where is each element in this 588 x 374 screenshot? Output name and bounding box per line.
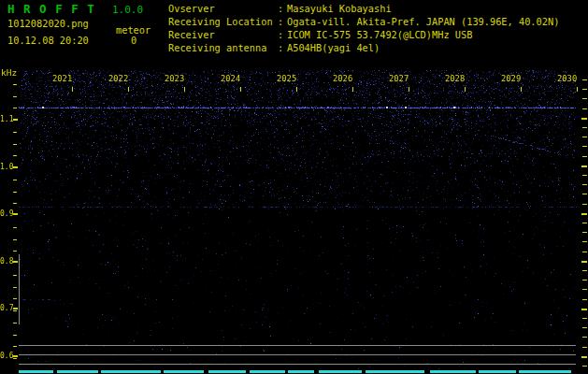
frequency-unit-label: kHz [1,67,17,78]
freq-label-0.9: 0.9 [0,209,13,218]
freq-label-0.8: 0.8 [0,257,13,266]
freq-label-0.6: 0.6 [0,352,13,360]
time-label-2030: 2030 [557,74,577,83]
time-label-2021: 2021 [52,74,72,83]
time-label-2029: 2029 [501,74,521,83]
time-label-2027: 2027 [389,74,409,83]
hrofft-screen: H R O F F T 1.0.0 1012082020.png meteor … [0,0,588,374]
time-label-2022: 2022 [108,74,128,83]
freq-label-1.1: 1.1 [0,115,13,123]
freq-label-1.0: 1.0 [0,163,13,171]
time-label-2025: 2025 [277,74,296,83]
time-label-2023: 2023 [165,74,184,83]
time-label-2026: 2026 [333,74,352,83]
time-label-2028: 2028 [445,74,465,83]
freq-label-0.7: 0.7 [0,304,13,312]
spectrogram-canvas [0,0,588,374]
time-label-2024: 2024 [221,74,240,83]
